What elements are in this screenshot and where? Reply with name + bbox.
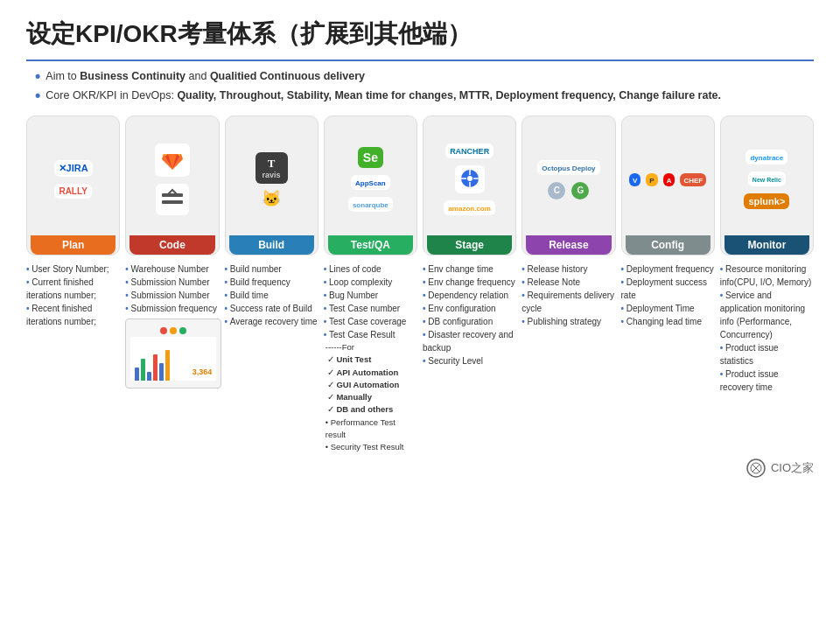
config-logos: V P A CHEF bbox=[626, 123, 710, 235]
testqa-metrics: Lines of code Loop complexity Bug Number… bbox=[324, 262, 417, 453]
testqa-metric-6: Test Case Result bbox=[324, 328, 417, 341]
config-metric-3: Deployment Time bbox=[621, 302, 715, 315]
dot-yellow bbox=[170, 327, 177, 334]
stage-build: T ravis 🐱 Build bbox=[225, 116, 318, 256]
stage-plan: ✕JIRA RALLY Plan bbox=[26, 116, 120, 256]
screen-content: 3,364 bbox=[130, 337, 216, 381]
ansible-logo: A bbox=[663, 173, 676, 186]
gitlab-logo bbox=[155, 144, 190, 177]
bullet-dot-1: • bbox=[35, 67, 40, 86]
code-screenshot: 3,364 bbox=[125, 318, 221, 388]
kubernetes-logo bbox=[455, 165, 485, 193]
testqa-metrics-list: Lines of code Loop complexity Bug Number… bbox=[324, 262, 417, 341]
amazon-logo: amazon.com bbox=[444, 200, 494, 215]
testqa-db: ✓ DB and others bbox=[327, 403, 417, 416]
testqa-manually: ✓ Manually bbox=[327, 391, 417, 403]
testqa-logos: Se AppScan sonarqube bbox=[328, 123, 413, 235]
footer-brand-text: CIO之家 bbox=[771, 460, 814, 476]
build-metric-2: Build frequency bbox=[225, 276, 318, 289]
newrelic-logo: New Relic bbox=[748, 172, 786, 186]
bar-5 bbox=[159, 363, 164, 381]
jira-logo: ✕JIRA bbox=[54, 160, 93, 177]
screen-dots bbox=[160, 327, 186, 334]
plan-metric-2: Current finished iterations number; bbox=[26, 276, 120, 302]
bar-6 bbox=[165, 350, 170, 381]
code-metric-4: Submission frequency bbox=[125, 302, 219, 315]
bullet-2-text: Core OKR/KPI in DevOps: Quality, Through… bbox=[46, 89, 721, 102]
testqa-metric-1: Lines of code bbox=[324, 262, 417, 276]
code-label: Code bbox=[130, 235, 214, 255]
svg-point-10 bbox=[467, 176, 472, 181]
plan-logos: ✕JIRA RALLY bbox=[31, 123, 116, 235]
config-label: Config bbox=[626, 235, 710, 255]
stage-release: Octopus Deploy C G Release bbox=[522, 116, 615, 256]
stage-monitor: dynatrace New Relic splunk> Monitor bbox=[720, 116, 814, 256]
build-metrics: Build number Build frequency Build time … bbox=[225, 262, 318, 453]
bullet-dot-2: • bbox=[35, 87, 40, 105]
code-metric-2: Submission Number bbox=[125, 276, 219, 289]
build-metric-4: Success rate of Build bbox=[225, 302, 318, 315]
stage-code: Code bbox=[125, 116, 219, 256]
bullet-list: • Aim to Business Continuity and Qualiti… bbox=[26, 70, 814, 105]
monitor-metrics: Resource monitoring info(CPU, I/O, Memor… bbox=[720, 262, 814, 453]
code-metric-3: Submission Number bbox=[125, 289, 219, 302]
splunk-logo: splunk> bbox=[744, 193, 789, 209]
plan-metrics: User Story Number; Current finished iter… bbox=[26, 262, 120, 453]
puppet-logo: P bbox=[646, 173, 657, 186]
chef-logo: CHEF bbox=[680, 173, 706, 186]
testqa-metric-4: Test Case number bbox=[324, 302, 417, 315]
cio-icon bbox=[746, 458, 766, 479]
config-metrics-list: Deployment frequency Deployment success … bbox=[621, 262, 715, 328]
release-metric-1: Release history bbox=[522, 262, 615, 276]
code-logos bbox=[130, 123, 214, 235]
release-label: Release bbox=[526, 235, 611, 255]
bullet-1: • Aim to Business Continuity and Qualiti… bbox=[35, 70, 814, 86]
travis-logo: T ravis bbox=[256, 152, 288, 184]
bullet-2: • Core OKR/KPI in DevOps: Quality, Throu… bbox=[35, 89, 814, 105]
bar-4 bbox=[153, 354, 158, 381]
g-logo: G bbox=[571, 182, 589, 200]
stage-metric-6: Disaster recovery and backup bbox=[423, 328, 516, 354]
build-label: Build bbox=[229, 235, 314, 255]
release-icons: C G bbox=[546, 180, 591, 201]
release-logos: Octopus Deploy C G bbox=[526, 123, 611, 235]
stage-metric-7: Security Level bbox=[423, 354, 516, 368]
config-metric-2: Deployment success rate bbox=[621, 276, 715, 302]
footer-brand: CIO之家 bbox=[746, 458, 814, 479]
config-metric-1: Deployment frequency bbox=[621, 262, 715, 276]
testqa-security: • Security Test Result bbox=[326, 441, 417, 453]
code-metrics-list: Warehouse Number Submission Number Submi… bbox=[125, 262, 219, 315]
build-logos: T ravis 🐱 bbox=[229, 123, 314, 235]
footer: CIO之家 bbox=[26, 453, 814, 479]
rancher-logo: RANCHER bbox=[445, 144, 494, 158]
stage-metrics-list: Env change time Env change frequency Dep… bbox=[423, 262, 516, 368]
stage-testqa: Se AppScan sonarqube Test/QA bbox=[324, 116, 417, 256]
testqa-for-label: ------For bbox=[326, 341, 417, 354]
stage-config: V P A CHEF Config bbox=[621, 116, 715, 256]
dot-red bbox=[160, 327, 167, 334]
plan-metrics-list: User Story Number; Current finished iter… bbox=[26, 262, 120, 328]
release-metrics: Release history Release Note Requirement… bbox=[522, 262, 615, 453]
testqa-metric-2: Loop complexity bbox=[324, 276, 417, 289]
config-logo-group: V P A CHEF bbox=[627, 172, 708, 188]
stage-metric-5: DB configuration bbox=[423, 315, 516, 328]
bar-1 bbox=[135, 368, 139, 381]
config-metrics: Deployment frequency Deployment success … bbox=[621, 262, 715, 453]
release-metric-2: Release Note bbox=[522, 276, 615, 289]
vagrant-logo: V bbox=[629, 173, 640, 186]
build-metric-3: Build time bbox=[225, 289, 318, 302]
monitor-label: Monitor bbox=[724, 235, 809, 255]
monitor-metric-3: Product issue statistics bbox=[720, 341, 814, 368]
c-logo: C bbox=[548, 182, 565, 200]
svg-rect-7 bbox=[162, 193, 183, 197]
testqa-metric-5: Test Case coverage bbox=[324, 315, 417, 328]
bar-2 bbox=[141, 359, 145, 381]
monitor-logos: dynatrace New Relic splunk> bbox=[724, 123, 809, 235]
stage-metrics: Env change time Env change frequency Dep… bbox=[423, 262, 516, 453]
stage-stage: RANCHER amazon.com Stage bbox=[423, 116, 516, 256]
stage-metric-3: Dependency relation bbox=[423, 289, 516, 302]
plan-label: Plan bbox=[31, 235, 116, 255]
bar-3 bbox=[147, 372, 151, 381]
page-title: 设定KPI/OKR考量体系（扩展到其他端） bbox=[26, 18, 814, 51]
plan-metric-3: Recent finished iterations number; bbox=[26, 302, 120, 328]
